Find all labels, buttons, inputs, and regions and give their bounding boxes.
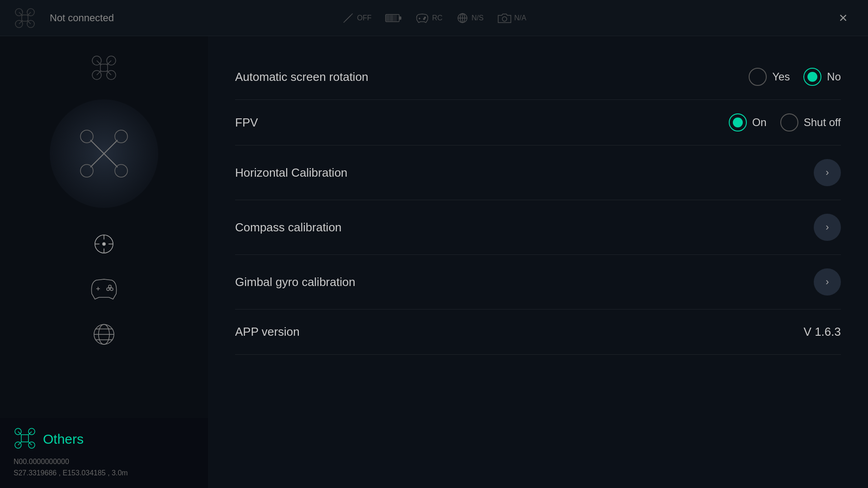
horizontal-calibration-label: Horizontal Calibration [235, 166, 814, 180]
svg-point-37 [80, 130, 93, 143]
top-bar-left: Not connected [14, 7, 224, 29]
svg-point-20 [423, 18, 425, 19]
svg-point-40 [115, 164, 127, 177]
fpv-on-option[interactable]: On [729, 113, 767, 131]
top-bar-right: × [644, 7, 854, 29]
status-battery [385, 13, 401, 23]
bottom-sidebar: Others N00.0000000000 S27.3319686 , E153… [0, 418, 208, 488]
top-bar: Not connected OFF [0, 0, 868, 36]
svg-rect-8 [22, 15, 28, 21]
status-satellite: N/S [456, 12, 484, 24]
svg-rect-34 [100, 64, 108, 71]
svg-point-38 [115, 130, 127, 143]
screen-rotation-no-radio[interactable] [803, 68, 821, 86]
svg-rect-15 [390, 15, 393, 21]
compass-calibration-label: Compass calibration [235, 221, 814, 235]
svg-point-25 [502, 17, 507, 21]
svg-point-46 [103, 243, 105, 245]
screen-rotation-label: Automatic screen rotation [235, 70, 749, 84]
sidebar-drone-icon[interactable] [86, 50, 122, 86]
main-panel: Automatic screen rotation Yes No FPV On … [208, 36, 868, 488]
fpv-on-radio[interactable] [729, 113, 747, 131]
others-drone-icon [14, 427, 36, 451]
status-gamepad: RC [415, 12, 443, 24]
fpv-on-label: On [752, 116, 767, 129]
fpv-controls: On Shut off [729, 113, 841, 131]
svg-rect-65 [21, 435, 28, 442]
drone-icon-top [14, 7, 36, 29]
close-button[interactable]: × [832, 7, 854, 29]
screen-rotation-no-label: No [827, 70, 841, 83]
drone-visual [50, 99, 158, 208]
svg-rect-14 [387, 15, 389, 21]
coordinates: N00.0000000000 S27.3319686 , E153.034185… [14, 456, 194, 479]
compass-calibration-row[interactable]: Compass calibration › [235, 200, 841, 255]
screen-rotation-yes-option[interactable]: Yes [749, 68, 790, 86]
fpv-shutoff-radio[interactable] [780, 113, 798, 131]
compass-calibration-chevron[interactable]: › [814, 214, 841, 241]
app-version-label: APP version [235, 325, 804, 339]
svg-point-39 [80, 164, 93, 177]
nav-globe[interactable] [88, 319, 120, 350]
svg-rect-16 [394, 15, 396, 21]
nav-crosshair[interactable] [88, 228, 120, 260]
app-version-value: V 1.6.3 [804, 325, 841, 339]
top-bar-center: OFF RC [224, 12, 644, 24]
fpv-shutoff-label: Shut off [804, 116, 841, 129]
gimbal-calibration-row[interactable]: Gimbal gyro calibration › [235, 255, 841, 310]
svg-rect-13 [399, 17, 401, 19]
horizontal-calibration-row[interactable]: Horizontal Calibration › [235, 145, 841, 200]
others-section: Others [14, 427, 194, 451]
gimbal-calibration-label: Gimbal gyro calibration [235, 275, 814, 289]
screen-rotation-yes-label: Yes [772, 70, 790, 83]
svg-point-51 [110, 288, 113, 291]
screen-rotation-row: Automatic screen rotation Yes No [235, 54, 841, 100]
others-label: Others [43, 432, 84, 447]
status-signal: OFF [342, 12, 372, 24]
connection-status: Not connected [50, 12, 114, 24]
fpv-shutoff-option[interactable]: Shut off [780, 113, 841, 131]
fpv-label: FPV [235, 116, 729, 130]
screen-rotation-no-option[interactable]: No [803, 68, 841, 86]
screen-rotation-controls: Yes No [749, 68, 841, 86]
svg-point-50 [107, 288, 109, 291]
app-version-row: APP version V 1.6.3 [235, 310, 841, 355]
horizontal-calibration-chevron[interactable]: › [814, 159, 841, 186]
screen-rotation-yes-radio[interactable] [749, 68, 767, 86]
svg-point-49 [108, 285, 111, 288]
fpv-row: FPV On Shut off [235, 100, 841, 145]
sidebar: Others N00.0000000000 S27.3319686 , E153… [0, 36, 208, 488]
status-camera: N/A [497, 12, 527, 24]
gimbal-calibration-chevron[interactable]: › [814, 268, 841, 296]
nav-gamepad[interactable] [88, 273, 120, 305]
